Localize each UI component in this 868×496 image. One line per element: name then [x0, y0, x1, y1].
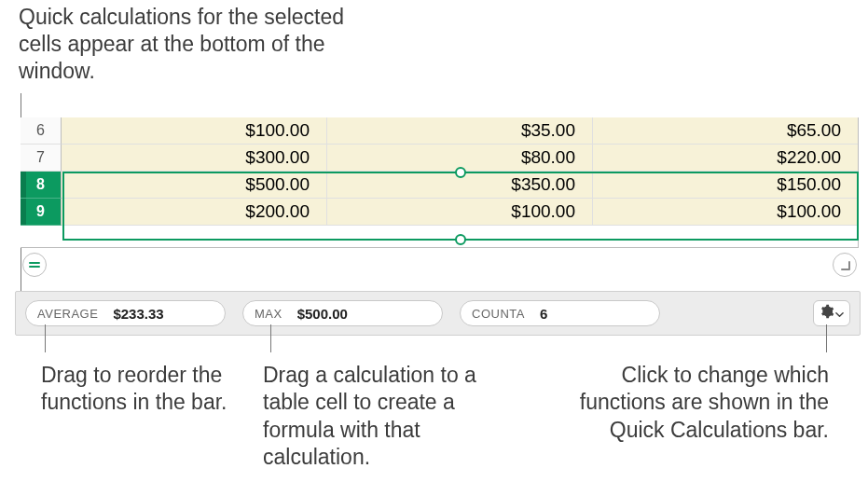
row-cells: $100.00 $35.00 $65.00 — [62, 117, 858, 145]
table-resize-handle-icon[interactable] — [833, 253, 857, 277]
spreadsheet-table: 6 $100.00 $35.00 $65.00 7 $300.00 $80.00… — [21, 117, 859, 248]
quickcalc-value: 6 — [540, 306, 547, 322]
table-row: 9 $200.00 $100.00 $100.00 — [21, 199, 858, 226]
table-row: 7 $300.00 $80.00 $220.00 — [21, 145, 858, 172]
quickcalc-label: COUNTA — [472, 307, 525, 321]
quickcalc-label: MAX — [255, 307, 282, 321]
callout-quick-calc-description: Quick calculations for the selected cell… — [19, 4, 354, 84]
row-header-6[interactable]: 6 — [21, 117, 62, 145]
cell[interactable]: $220.00 — [593, 145, 858, 171]
cell[interactable]: $150.00 — [593, 172, 858, 198]
quickcalc-value: $500.00 — [297, 306, 348, 322]
table-row: 8 $500.00 $350.00 $150.00 — [21, 172, 858, 199]
row-cells: $200.00 $100.00 $100.00 — [62, 199, 858, 226]
cell[interactable]: $350.00 — [327, 172, 593, 198]
quickcalc-settings-button[interactable] — [813, 300, 850, 326]
quickcalc-average-pill[interactable]: AVERAGE $233.33 — [25, 300, 226, 326]
cell[interactable]: $300.00 — [62, 145, 327, 171]
row-cells: $500.00 $350.00 $150.00 — [62, 172, 858, 199]
gear-icon — [820, 304, 834, 324]
table-row: 6 $100.00 $35.00 $65.00 — [21, 117, 858, 145]
quick-calculations-bar: AVERAGE $233.33 MAX $500.00 COUNTA 6 — [15, 291, 861, 336]
quickcalc-value: $233.33 — [113, 306, 163, 322]
cell[interactable]: $35.00 — [327, 117, 593, 144]
cell[interactable]: $100.00 — [62, 117, 327, 144]
row-header-7[interactable]: 7 — [21, 145, 62, 172]
quickcalc-counta-pill[interactable]: COUNTA 6 — [460, 300, 660, 326]
cell[interactable]: $200.00 — [62, 199, 327, 225]
row-header-8-selected[interactable]: 8 — [21, 172, 62, 199]
callout-change-functions: Click to change which functions are show… — [558, 362, 829, 444]
callout-drag-to-cell: Drag a calculation to a table cell to cr… — [263, 362, 519, 472]
add-row-handle-icon[interactable] — [22, 253, 47, 277]
callout-drag-reorder: Drag to reorder the functions in the bar… — [41, 362, 246, 417]
cell[interactable]: $80.00 — [327, 145, 593, 171]
callout-leader-line — [270, 324, 271, 352]
cell[interactable]: $500.00 — [62, 172, 327, 198]
cell[interactable]: $65.00 — [593, 117, 858, 144]
callout-leader-line — [826, 324, 827, 352]
chevron-down-icon — [835, 304, 844, 324]
cell[interactable]: $100.00 — [593, 199, 858, 225]
cell[interactable]: $100.00 — [327, 199, 593, 225]
row-header-9-selected[interactable]: 9 — [21, 199, 62, 226]
quickcalc-max-pill[interactable]: MAX $500.00 — [242, 300, 443, 326]
row-cells: $300.00 $80.00 $220.00 — [62, 145, 858, 172]
quickcalc-label: AVERAGE — [37, 307, 98, 321]
callout-leader-line — [45, 324, 46, 352]
